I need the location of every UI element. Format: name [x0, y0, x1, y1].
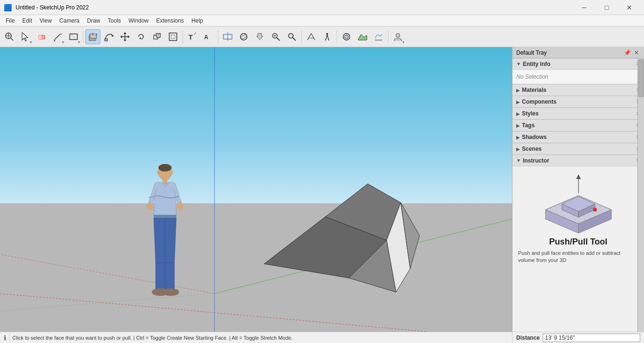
- sep6: [388, 30, 388, 43]
- materials-header-left: ▶ Materials: [516, 87, 546, 93]
- components-header[interactable]: ▶ Components ✕: [512, 96, 644, 107]
- instructor-header[interactable]: ▼ Instructor ✕: [512, 155, 644, 166]
- svg-rect-46: [289, 34, 293, 37]
- menu-extensions[interactable]: Extensions: [152, 15, 188, 26]
- rotate-tool[interactable]: [133, 29, 149, 44]
- scenes-section: ▶ Scenes ✕: [512, 143, 644, 155]
- eraser-tool[interactable]: [34, 29, 49, 44]
- menu-tools[interactable]: Tools: [104, 15, 125, 26]
- svg-marker-21: [124, 32, 126, 34]
- svg-point-77: [162, 288, 179, 296]
- shape-tool[interactable]: ▼: [66, 29, 81, 44]
- entity-info-header[interactable]: ▼ Entity Info ✕: [512, 58, 644, 70]
- maximize-button[interactable]: □: [596, 0, 618, 15]
- right-scrollbar[interactable]: [637, 58, 644, 332]
- menu-window[interactable]: Window: [125, 15, 153, 26]
- zoom-extents-tool[interactable]: [2, 29, 17, 44]
- pan-tool[interactable]: [252, 29, 267, 44]
- sep4: [301, 30, 302, 43]
- follow-me-tool[interactable]: [101, 29, 116, 44]
- menu-edit[interactable]: Edit: [18, 15, 36, 26]
- tray-close-button[interactable]: ✕: [633, 49, 640, 57]
- 3d-shape: [264, 179, 420, 306]
- no-selection-text: No Selection: [516, 74, 548, 80]
- styles-header[interactable]: ▶ Styles ✕: [512, 108, 644, 119]
- instructor-arrow: ▼: [516, 158, 521, 163]
- sep5: [337, 30, 337, 43]
- svg-rect-32: [171, 35, 175, 39]
- shadows-header[interactable]: ▶ Shadows ✕: [512, 131, 644, 143]
- right-panel: Default Tray 📌 ✕ ▼ Entity Info ✕ No Sele…: [512, 47, 644, 332]
- move-tool[interactable]: [117, 29, 132, 44]
- svg-point-68: [157, 170, 160, 175]
- materials-header[interactable]: ▶ Materials ✕: [512, 84, 644, 96]
- push-pull-tool[interactable]: [85, 29, 100, 44]
- svg-line-53: [325, 38, 326, 41]
- walk-tool[interactable]: [320, 29, 335, 44]
- sep1: [83, 30, 83, 43]
- svg-line-41: [277, 38, 280, 41]
- sep3: [218, 30, 218, 43]
- scrollbar-thumb[interactable]: [638, 59, 644, 97]
- scenes-header[interactable]: ▶ Scenes ✕: [512, 143, 644, 155]
- svg-line-11: [70, 34, 77, 40]
- zoom-tool[interactable]: [268, 29, 283, 44]
- shape-arrow: ▼: [77, 41, 81, 44]
- entity-info-section: ▼ Entity Info ✕ No Selection: [512, 58, 644, 84]
- tags-header-left: ▶ Tags: [516, 122, 535, 129]
- status-info-icon[interactable]: ℹ: [4, 334, 6, 342]
- instructor-title: Instructor: [523, 157, 549, 164]
- svg-point-50: [326, 33, 328, 35]
- materials-section: ▶ Materials ✕: [512, 84, 644, 96]
- viewport[interactable]: [0, 47, 512, 332]
- tags-header[interactable]: ▶ Tags ✕: [512, 120, 644, 131]
- menu-file[interactable]: File: [2, 15, 18, 26]
- distance-input[interactable]: [543, 334, 640, 342]
- 3d-text-tool[interactable]: A: [201, 29, 216, 44]
- account-arrow: ▼: [402, 41, 405, 44]
- svg-point-72: [177, 203, 183, 210]
- scale-tool[interactable]: [149, 29, 165, 44]
- offset-tool[interactable]: [165, 29, 181, 44]
- svg-line-34: [194, 33, 196, 35]
- svg-marker-22: [124, 40, 126, 41]
- sandbox-tool[interactable]: [355, 29, 370, 44]
- account-button[interactable]: ▼: [390, 29, 405, 44]
- toolbar: ▼ ▼ ▼ T: [0, 26, 644, 47]
- svg-point-56: [345, 35, 348, 39]
- menu-help[interactable]: Help: [188, 15, 207, 26]
- components-header-left: ▶ Components: [516, 98, 556, 105]
- styles-title: Styles: [522, 110, 538, 117]
- menu-draw[interactable]: Draw: [83, 15, 104, 26]
- text-tool[interactable]: T: [185, 29, 200, 44]
- styles-header-left: ▶ Styles: [516, 110, 538, 117]
- section-plane-tool[interactable]: [220, 29, 235, 44]
- entity-info-arrow: ▼: [516, 61, 521, 66]
- close-button[interactable]: ✕: [619, 0, 640, 15]
- field-of-view-tool[interactable]: [304, 29, 319, 44]
- styles-section: ▶ Styles ✕: [512, 108, 644, 120]
- orbit-tool[interactable]: [236, 29, 251, 44]
- menu-view[interactable]: View: [36, 15, 56, 26]
- menu-camera[interactable]: Camera: [56, 15, 83, 26]
- components-title: Components: [522, 98, 556, 105]
- soften-tool[interactable]: [371, 29, 386, 44]
- select-tool[interactable]: ▼: [18, 29, 33, 44]
- styles-tool[interactable]: [339, 29, 354, 44]
- svg-rect-70: [163, 179, 167, 184]
- select-arrow: ▼: [29, 41, 33, 44]
- svg-point-71: [147, 203, 153, 210]
- tool-description: Push and pull face entities to add or su…: [516, 250, 640, 264]
- statusbar: ℹ Click to select the face that you want…: [0, 332, 512, 343]
- default-tray-title: Default Tray: [516, 49, 547, 56]
- svg-rect-75: [165, 263, 174, 291]
- tray-pin-button[interactable]: 📌: [623, 49, 631, 57]
- zoom-window-tool[interactable]: [284, 29, 299, 44]
- svg-line-7: [54, 34, 60, 40]
- svg-line-47: [307, 33, 311, 40]
- pencil-tool[interactable]: ▼: [50, 29, 65, 44]
- scenes-title: Scenes: [522, 146, 542, 152]
- svg-rect-74: [156, 263, 165, 291]
- status-message: Click to select the face that you want t…: [12, 335, 293, 341]
- minimize-button[interactable]: ─: [573, 0, 595, 15]
